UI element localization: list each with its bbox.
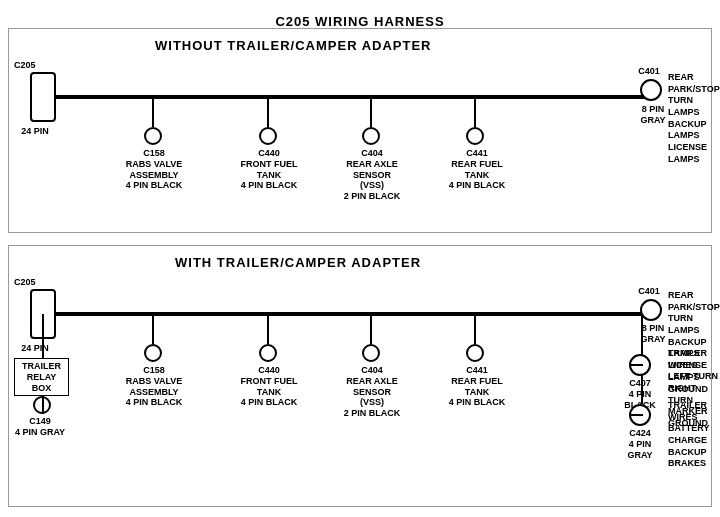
s2-c441-vline (474, 314, 476, 344)
section2-relay-label: TRAILERRELAYBOX (15, 361, 68, 393)
s2-c440-label: C440FRONT FUELTANK4 PIN BLACK (240, 365, 298, 408)
section1-c205-pin: 24 PIN (10, 126, 60, 137)
s1-c404-vline (370, 97, 372, 127)
s2-c404-vline (370, 314, 372, 344)
s1-c441-label: C441REAR FUELTANK4 PIN BLACK (448, 148, 506, 191)
section2-c205-pin: 24 PIN (10, 343, 60, 354)
s2-c158-vline (152, 314, 154, 344)
s2-relay-vline (42, 314, 44, 358)
section1-c401-id: C401 (634, 66, 664, 77)
s1-c441-vline (474, 97, 476, 127)
s2-c424-id: C4244 PINGRAY (620, 428, 660, 460)
s1-c440-label: C440FRONT FUELTANK4 PIN BLACK (240, 148, 298, 191)
section1-box (8, 28, 712, 233)
main-title: C205 WIRING HARNESS (0, 6, 720, 29)
section2-c401-id: C401 (634, 286, 664, 297)
s1-c404-circle (362, 127, 380, 145)
s1-c440-circle (259, 127, 277, 145)
section2-label: WITH TRAILER/CAMPER ADAPTER (175, 255, 421, 270)
section2-c205-id: C205 (14, 277, 34, 288)
section1-label: WITHOUT TRAILER/CAMPER ADAPTER (155, 38, 432, 53)
section1-c401-circle (640, 79, 662, 101)
section2-c401-pin: 8 PINGRAY (628, 323, 678, 345)
section1-hline (55, 95, 655, 99)
section1-c205-id: C205 (14, 60, 34, 71)
s2-c158-circle (144, 344, 162, 362)
section1-c205-rect (30, 72, 56, 122)
s1-c441-circle (466, 127, 484, 145)
s2-c407-hline (631, 364, 643, 366)
s2-c424-hline (631, 414, 643, 416)
s1-c440-vline (267, 97, 269, 127)
s1-c404-label: C404REAR AXLESENSOR(VSS)2 PIN BLACK (342, 148, 402, 202)
s1-c158-label: C158RABS VALVEASSEMBLY4 PIN BLACK (124, 148, 184, 191)
s2-c441-label: C441REAR FUELTANK4 PIN BLACK (448, 365, 506, 408)
s2-c440-circle (259, 344, 277, 362)
section2-hline (55, 312, 655, 316)
s2-c440-vline (267, 314, 269, 344)
s2-c149-vline (42, 396, 44, 414)
s1-c158-circle (144, 127, 162, 145)
s2-c149-label: C1494 PIN GRAY (10, 416, 70, 438)
s2-c424-desc: TRAILER WIRESBATTERY CHARGEBACKUPBRAKES (668, 400, 720, 470)
s2-c404-circle (362, 344, 380, 362)
s2-c158-label: C158RABS VALVEASSEMBLY4 PIN BLACK (124, 365, 184, 408)
s2-c404-label: C404REAR AXLESENSOR(VSS)2 PIN BLACK (342, 365, 402, 419)
section1-c401-pin: 8 PINGRAY (628, 104, 678, 126)
section2-c401-circle (640, 299, 662, 321)
s1-c158-vline (152, 97, 154, 127)
s2-c441-circle (466, 344, 484, 362)
diagram-area: C205 WIRING HARNESS WITHOUT TRAILER/CAMP… (0, 0, 720, 490)
